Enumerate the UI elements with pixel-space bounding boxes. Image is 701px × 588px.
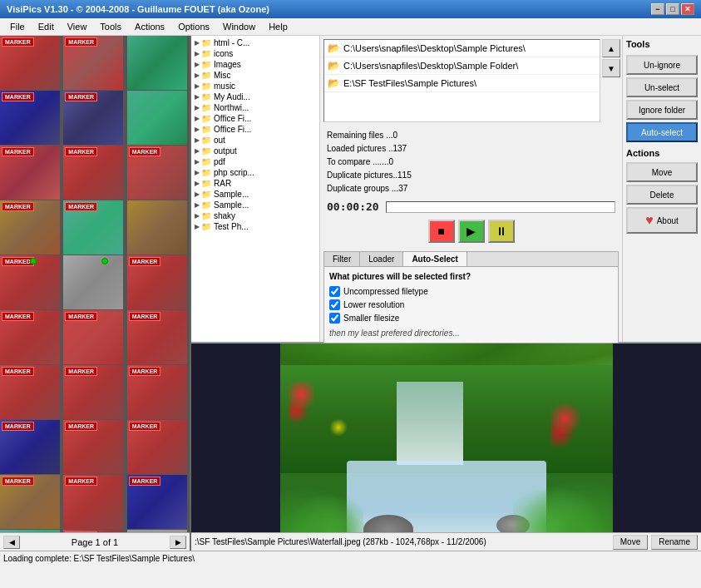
tree-item[interactable]: ▶ 📁 out [193, 135, 318, 146]
menu-options[interactable]: Options [171, 20, 216, 33]
list-item[interactable]: MARKER [127, 255, 187, 309]
list-item[interactable] [127, 530, 187, 532]
folder-list[interactable]: 📂 C:\Users\snapfiles\Desktop\Sample Pict… [323, 39, 600, 122]
list-item[interactable] [0, 530, 60, 532]
delete-button[interactable]: Delete [626, 185, 698, 205]
list-item[interactable]: MARKER [127, 146, 187, 200]
play-button[interactable]: ▶ [458, 220, 485, 243]
list-item[interactable]: MARKER [0, 146, 60, 200]
list-item[interactable]: MARKER [63, 310, 123, 364]
tree-item[interactable]: ▶ 📁 Sample... [193, 189, 318, 200]
list-item[interactable]: MARKER [127, 310, 187, 364]
tree-item[interactable]: ▶ 📁 RAR [193, 178, 318, 189]
list-item[interactable] [127, 200, 187, 254]
tree-item[interactable]: ▶ 📁 Test Ph... [193, 221, 318, 232]
list-item[interactable]: MARKER [63, 475, 123, 529]
status-move-button[interactable]: Move [613, 535, 648, 550]
list-item[interactable]: MARKER [127, 420, 187, 474]
tree-item[interactable]: ▶ 📁 My Audi... [193, 91, 318, 102]
tree-item[interactable]: ▶ 📁 html - C... [193, 37, 318, 48]
list-item[interactable]: MARKER [127, 475, 187, 529]
folder-list-item[interactable]: 📂 E:\SF TestFiles\Sample Pictures\ [324, 75, 600, 92]
tree-item[interactable]: ▶ 📁 output [193, 146, 318, 156]
maximize-button[interactable]: □ [666, 3, 679, 15]
list-item[interactable]: MARKER [0, 310, 60, 364]
list-item[interactable]: MARKER [0, 365, 60, 419]
tree-item[interactable]: ▶ 📁 php scrip... [193, 167, 318, 178]
close-button[interactable]: ✕ [681, 3, 694, 15]
tab-loader[interactable]: Loader [360, 252, 403, 266]
folder-icon: 📁 [201, 38, 211, 47]
tree-item[interactable]: ▶ 📁 icons [193, 48, 318, 59]
folder-icon: 📂 [328, 60, 340, 72]
tree-arrow-icon: ▶ [195, 50, 200, 57]
marker-badge: MARKER [65, 477, 97, 486]
list-item[interactable]: MARKER [63, 420, 123, 474]
tree-item[interactable]: ▶ 📁 Northwi... [193, 102, 318, 113]
marker-badge: MARKER [65, 422, 97, 431]
list-item[interactable]: MARKER [63, 146, 123, 200]
tree-arrow-icon: ▶ [195, 104, 200, 111]
tree-arrow-icon: ▶ [195, 169, 200, 176]
folder-icon: 📁 [201, 92, 211, 101]
ignore-folder-button[interactable]: Ignore folder [626, 100, 698, 120]
next-page-button[interactable]: ▶ [170, 536, 186, 549]
list-item[interactable]: MARKER [63, 530, 123, 532]
tree-item[interactable]: ▶ 📁 Office Fi... [193, 113, 318, 124]
tree-item[interactable]: ▶ 📁 pdf [193, 156, 318, 167]
folder-tree-panel: ▶ 📁 html - C... ▶ 📁 icons ▶ 📁 Images [191, 36, 320, 342]
list-item[interactable]: MARKER [0, 200, 60, 254]
list-item[interactable]: MARKER [0, 91, 60, 145]
stat-loaded: Loaded pictures ..137 [327, 142, 615, 156]
list-item[interactable]: MARKER [0, 475, 60, 529]
tree-item[interactable]: ▶ 📁 shaky [193, 210, 318, 221]
marker-badge: MARKER [65, 37, 97, 47]
menu-actions[interactable]: Actions [128, 20, 171, 33]
smaller-filesize-checkbox[interactable] [329, 313, 340, 324]
scroll-up-button[interactable]: ▲ [602, 39, 620, 57]
tab-filter[interactable]: Filter [324, 252, 360, 266]
list-item[interactable]: MARKER [63, 36, 123, 90]
list-item[interactable]: MARKED [0, 255, 60, 309]
unselect-button[interactable]: Un-select [626, 77, 698, 97]
folder-list-item[interactable]: 📂 C:\Users\snapfiles\Desktop\Sample Fold… [324, 57, 600, 75]
list-item[interactable]: MARKER [63, 200, 123, 254]
scroll-down-button[interactable]: ▼ [602, 59, 620, 77]
tree-item[interactable]: ▶ 📁 music [193, 81, 318, 91]
tree-item[interactable]: ▶ 📁 Misc [193, 70, 318, 81]
about-button[interactable]: ♥ About [626, 207, 698, 234]
folder-tree-scroll[interactable]: ▶ 📁 html - C... ▶ 📁 icons ▶ 📁 Images [191, 36, 319, 342]
stop-button[interactable]: ■ [428, 220, 455, 243]
uncompressed-checkbox[interactable] [329, 286, 340, 297]
menu-view[interactable]: View [61, 20, 94, 33]
prev-page-button[interactable]: ◀ [3, 536, 20, 549]
list-item[interactable]: MARKER [63, 365, 123, 419]
list-item[interactable]: MARKER [63, 91, 123, 145]
auto-select-button[interactable]: Auto-select [626, 122, 698, 142]
list-item[interactable]: MARKER [127, 365, 187, 419]
lower-resolution-checkbox[interactable] [329, 299, 340, 310]
list-item[interactable] [127, 36, 187, 90]
list-item[interactable]: MARKER [0, 420, 60, 474]
tree-item[interactable]: ▶ 📁 Office Fi... [193, 124, 318, 135]
tree-item[interactable]: ▶ 📁 Sample... [193, 200, 318, 210]
menu-file[interactable]: File [3, 20, 32, 33]
status-rename-button[interactable]: Rename [651, 535, 698, 550]
menu-window[interactable]: Window [216, 20, 262, 33]
menu-edit[interactable]: Edit [32, 20, 61, 33]
list-item[interactable] [127, 91, 187, 145]
move-button[interactable]: Move [626, 162, 698, 182]
folder-icon: 📁 [201, 49, 211, 58]
list-item[interactable] [63, 255, 123, 309]
unignore-button[interactable]: Un-ignore [626, 55, 698, 75]
minimize-button[interactable]: − [651, 3, 664, 15]
list-item[interactable]: MARKER [0, 36, 60, 90]
pause-button[interactable]: ⏸ [488, 220, 515, 243]
menu-help[interactable]: Help [262, 20, 294, 33]
menu-tools[interactable]: Tools [93, 20, 128, 33]
marker-badge: MARKED [2, 257, 34, 266]
folder-list-item[interactable]: 📂 C:\Users\snapfiles\Desktop\Sample Pict… [324, 40, 600, 57]
tree-item[interactable]: ▶ 📁 Images [193, 59, 318, 70]
tab-auto-select[interactable]: Auto-Select [403, 252, 467, 266]
folder-icon: 📁 [201, 168, 211, 177]
